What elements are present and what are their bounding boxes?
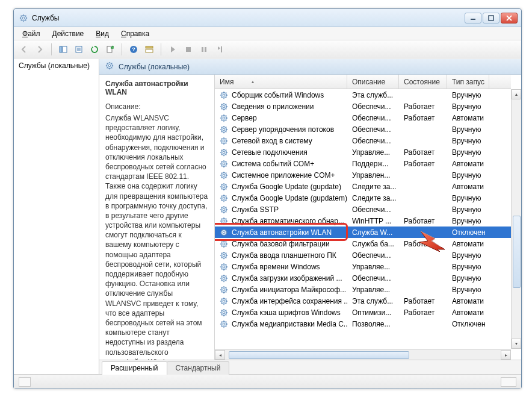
service-row[interactable]: Служба автонастройки WLANСлужба W...Откл… xyxy=(215,227,511,238)
service-name: Сервер xyxy=(232,114,257,122)
service-state: Работает xyxy=(399,240,447,248)
nav-back-button[interactable] xyxy=(17,43,31,56)
filter-button[interactable] xyxy=(143,43,156,56)
service-row[interactable]: Служба базовой фильтрацииСлужба ба...Раб… xyxy=(215,238,511,249)
service-name: Служба SSTP xyxy=(232,205,279,214)
horizontal-scrollbar[interactable]: ◂ ▸ xyxy=(215,349,511,360)
service-startup: Отключен xyxy=(447,228,489,237)
service-row[interactable]: Сетевые подключенияУправляе...РаботаетВр… xyxy=(215,146,511,158)
services-rows[interactable]: Сборщик событий WindowsЭта служб...Вручн… xyxy=(215,89,511,349)
scroll-up-button[interactable]: ▴ xyxy=(512,89,521,99)
service-row[interactable]: Служба интерфейса сохранения ...Эта служ… xyxy=(215,295,511,307)
service-row[interactable]: Сервер упорядочения потоковОбеспечи...Вр… xyxy=(215,123,511,135)
service-row[interactable]: Служба загрузки изображений ...Обеспечи.… xyxy=(215,272,511,284)
service-row[interactable]: Служба кэша шрифтов WindowsОптимизи...Ра… xyxy=(215,307,511,318)
stop-service-button[interactable] xyxy=(182,43,195,56)
service-row[interactable]: Служба Google Update (gupdate)Следите за… xyxy=(215,181,511,192)
service-row[interactable]: Системное приложение COM+Управлен...Вруч… xyxy=(215,169,511,181)
service-startup: Автомати xyxy=(447,297,489,305)
svg-rect-11 xyxy=(489,16,493,20)
scroll-down-button[interactable]: ▾ xyxy=(512,339,521,349)
service-row[interactable]: Сетевой вход в системуОбеспечи...Вручную xyxy=(215,135,511,146)
gear-icon xyxy=(220,194,228,202)
menu-view[interactable]: Вид xyxy=(91,28,114,39)
scroll-right-button[interactable]: ▸ xyxy=(501,350,511,360)
service-row[interactable]: Служба ввода планшетного ПКОбеспечи...Вр… xyxy=(215,249,511,261)
body-split: Служба автонастройки WLAN Описание: Служ… xyxy=(99,75,521,360)
gear-icon xyxy=(220,286,228,294)
gear-icon xyxy=(220,251,228,260)
menu-action[interactable]: Действие xyxy=(48,28,89,39)
service-description: Следите за... xyxy=(347,194,399,202)
show-hide-tree-button[interactable] xyxy=(57,43,70,56)
start-service-button[interactable] xyxy=(166,43,179,56)
service-row[interactable]: Служба инициатора Майкрософ...Управляе..… xyxy=(215,284,511,295)
help-button[interactable]: ? xyxy=(127,43,140,56)
gear-icon xyxy=(220,102,228,111)
svg-rect-24 xyxy=(146,49,153,52)
minimize-button[interactable] xyxy=(465,13,481,23)
service-name: Служба базовой фильтрации xyxy=(232,240,330,248)
close-button[interactable] xyxy=(501,13,518,23)
refresh-button[interactable] xyxy=(88,43,101,56)
description-label: Описание: xyxy=(105,102,209,111)
service-row[interactable]: Сведения о приложенииОбеспечи...Работает… xyxy=(215,101,511,112)
service-name: Сборщик событий Windows xyxy=(232,91,324,99)
status-slot-icon xyxy=(501,377,516,387)
scroll-thumb[interactable] xyxy=(513,216,521,288)
service-row[interactable]: Служба медиаприставки Media C...Позволяе… xyxy=(215,318,511,330)
export-button[interactable] xyxy=(104,43,117,56)
view-tabs: Расширенный Стандартный xyxy=(99,360,521,374)
service-description: Эта служб... xyxy=(347,91,399,99)
service-row[interactable]: Служба времени WindowsУправляе...Вручную xyxy=(215,261,511,272)
service-row[interactable]: Система событий COM+Поддерж...РаботаетАв… xyxy=(215,158,511,169)
titlebar[interactable]: Службы xyxy=(14,9,521,27)
service-name: Служба ввода планшетного ПК xyxy=(232,251,336,260)
service-description: Обеспечи... xyxy=(347,137,399,145)
menu-help[interactable]: Справка xyxy=(116,28,154,39)
gear-icon xyxy=(220,114,228,122)
service-state: Работает xyxy=(399,114,447,122)
col-name[interactable]: Имя xyxy=(215,75,347,89)
service-name: Служба Google Update (gupdatem) xyxy=(232,194,347,202)
service-description: Служба W... xyxy=(347,228,399,237)
tree-pane[interactable]: Службы (локальные) xyxy=(14,59,99,374)
tree-node-services-local[interactable]: Службы (локальные) xyxy=(14,59,99,72)
svg-rect-25 xyxy=(186,47,191,52)
service-row[interactable]: Служба SSTPОбеспечи...Вручную xyxy=(215,204,511,215)
hscroll-thumb[interactable] xyxy=(229,351,409,359)
restart-service-button[interactable] xyxy=(213,43,226,56)
svg-rect-26 xyxy=(202,47,203,52)
service-name: Системное приложение COM+ xyxy=(232,171,335,180)
service-row[interactable]: Сборщик событий WindowsЭта служб...Вручн… xyxy=(215,89,511,101)
tab-standard[interactable]: Стандартный xyxy=(167,361,230,375)
vertical-scrollbar[interactable]: ▴ ▾ xyxy=(511,89,521,349)
properties-button[interactable] xyxy=(72,43,85,56)
menu-file[interactable]: Файл xyxy=(17,28,45,39)
service-name: Система событий COM+ xyxy=(232,160,314,168)
gear-icon xyxy=(220,228,228,237)
services-list-pane: Имя Описание Состояние Тип запус Сборщик… xyxy=(215,75,521,360)
col-description[interactable]: Описание xyxy=(347,75,399,89)
maximize-button[interactable] xyxy=(483,13,500,23)
gear-icon xyxy=(220,320,228,328)
col-startup[interactable]: Тип запус xyxy=(447,75,489,89)
service-description: Обеспечи... xyxy=(347,102,399,111)
service-startup: Вручную xyxy=(447,263,489,271)
service-row[interactable]: СерверОбеспечи...РаботаетАвтомати xyxy=(215,112,511,123)
service-startup: Автомати xyxy=(447,114,489,122)
service-description: Позволяе... xyxy=(347,320,399,328)
nav-forward-button[interactable] xyxy=(33,43,46,56)
scroll-left-button[interactable]: ◂ xyxy=(215,350,225,360)
col-state[interactable]: Состояние xyxy=(399,75,447,89)
service-description: Обеспечи... xyxy=(347,125,399,134)
service-row[interactable]: Служба Google Update (gupdatem)Следите з… xyxy=(215,192,511,204)
tab-extended[interactable]: Расширенный xyxy=(102,361,167,375)
service-row[interactable]: Служба автоматического обнар...WinHTTP .… xyxy=(215,215,511,227)
service-startup: Вручную xyxy=(447,137,489,145)
service-name: Сервер упорядочения потоков xyxy=(232,125,334,134)
service-name: Служба кэша шрифтов Windows xyxy=(232,308,341,317)
service-startup: Вручную xyxy=(447,251,489,260)
pause-service-button[interactable] xyxy=(197,43,211,56)
service-startup: Вручную xyxy=(447,274,489,283)
